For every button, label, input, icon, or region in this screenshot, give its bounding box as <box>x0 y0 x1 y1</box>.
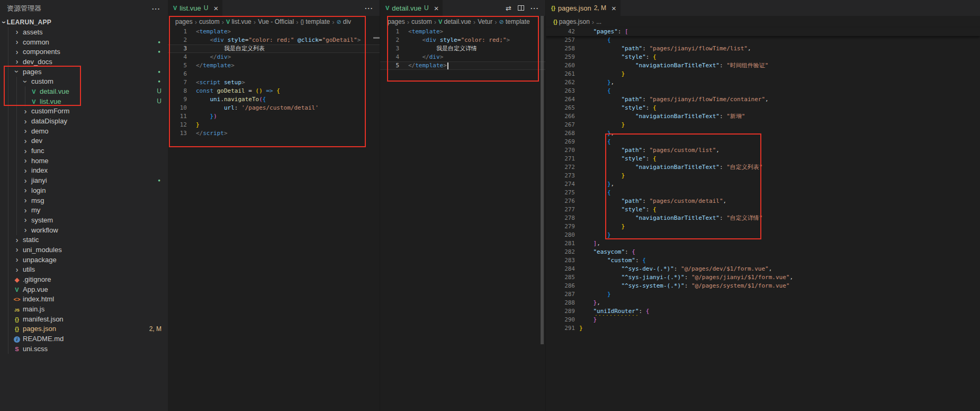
code-line-content[interactable]: "style": { <box>579 206 980 214</box>
code-line-content[interactable]: "path": "pages/jianyi/flowTime/container… <box>579 95 980 104</box>
code-line-content[interactable]: </div> <box>408 53 545 61</box>
breadcrumb-item[interactable]: Vdetail.vue <box>438 18 471 25</box>
code-line-content[interactable]: }, <box>579 129 980 138</box>
code-editor[interactable]: 1<template>2 <div style="color: red;" @c… <box>168 28 380 138</box>
close-icon[interactable]: × <box>213 4 218 12</box>
tree-item-my[interactable]: ›my <box>0 205 168 215</box>
code-line-content[interactable]: <script setup> <box>196 78 380 87</box>
code-line-content[interactable]: } <box>579 290 980 299</box>
tree-item-uni_modules[interactable]: ›uni_modules <box>0 245 168 255</box>
chevron-right-icon[interactable]: › <box>21 108 30 115</box>
breadcrumb-item[interactable]: {}pages.json <box>553 18 590 25</box>
chevron-right-icon[interactable]: › <box>21 207 30 214</box>
tree-item-README.md[interactable]: iREADME.md <box>0 334 168 344</box>
breadcrumb-item[interactable]: pages <box>175 18 193 25</box>
code-line-content[interactable] <box>196 70 380 78</box>
code-line-content[interactable]: } <box>196 121 380 129</box>
tree-item-pages[interactable]: ›pages● <box>0 67 168 77</box>
code-line-content[interactable]: } <box>579 222 980 231</box>
tree-item-system[interactable]: ›system <box>0 215 168 225</box>
chevron-down-icon[interactable]: › <box>13 67 21 76</box>
code-line-content[interactable]: "path": "pages/custom/list", <box>579 146 980 155</box>
tree-item-pages.json[interactable]: {}pages.json2, M <box>0 324 168 334</box>
chevron-right-icon[interactable]: › <box>21 177 30 184</box>
tree-item-components[interactable]: ›components● <box>0 47 168 57</box>
code-line-content[interactable]: uni.navigateTo({ <box>196 95 380 104</box>
code-line-content[interactable]: "^sys-jianyi-(.*)": "@/pages/jianyi/$1/f… <box>579 273 980 282</box>
chevron-right-icon[interactable]: › <box>13 38 21 46</box>
tree-item-manifest.json[interactable]: {}manifest.json <box>0 314 168 324</box>
code-line-content[interactable]: "path": "pages/custom/detail", <box>579 197 980 206</box>
code-line-content[interactable]: "path": "pages/jianyi/flowTime/list", <box>579 44 980 53</box>
code-line-content[interactable]: "^sys-system-(.*)": "@/pages/system/$1/f… <box>579 282 980 290</box>
tab-pages-json[interactable]: {}pages.json2, M× <box>546 0 621 16</box>
chevron-right-icon[interactable]: › <box>13 58 21 65</box>
close-icon[interactable]: × <box>434 4 439 12</box>
tree-item-dataDisplay[interactable]: ›dataDisplay <box>0 116 168 126</box>
compare-changes-icon[interactable]: ⇄ <box>506 4 511 12</box>
chevron-down-icon[interactable]: › <box>1 21 8 23</box>
breadcrumb-item[interactable]: ⊘div <box>337 18 352 25</box>
code-line-content[interactable]: </template> <box>196 61 380 70</box>
tab-list-vue[interactable]: Vlist.vueU× <box>168 0 223 16</box>
code-line-content[interactable]: "navigationBarTitleText": "时间组件验证" <box>579 61 980 70</box>
breadcrumb-item[interactable]: ... <box>596 18 601 25</box>
code-line-content[interactable]: }, <box>579 78 980 87</box>
tree-item-.gitignore[interactable]: ◆.gitignore <box>0 274 168 284</box>
tree-item-customForm[interactable]: ›customForm <box>0 106 168 117</box>
tree-item-detail.vue[interactable]: Vdetail.vueU <box>0 86 168 96</box>
code-line-content[interactable]: "uniIdRouter": { <box>579 307 980 316</box>
tree-item-login[interactable]: ›login <box>0 185 168 195</box>
code-line-content[interactable]: "style": { <box>579 155 980 163</box>
code-line-content[interactable]: "easycom": { <box>579 248 980 256</box>
code-line-content[interactable]: </template> <box>408 61 545 70</box>
code-line-content[interactable]: 我是自定义详情 <box>408 44 545 53</box>
breadcrumb-item[interactable]: custom <box>411 18 432 25</box>
tree-item-common[interactable]: ›common● <box>0 37 168 47</box>
breadcrumb-item[interactable]: Vlist.vue <box>226 18 251 25</box>
code-line-content[interactable]: { <box>579 138 980 146</box>
code-line-content[interactable]: "pages": [ <box>579 28 980 36</box>
chevron-right-icon[interactable]: › <box>13 48 21 56</box>
chevron-right-icon[interactable]: › <box>21 137 30 145</box>
code-editor[interactable]: 42 "pages": [257 {258 "path": "pages/jia… <box>546 28 980 333</box>
tree-item-index[interactable]: ›index <box>0 166 168 176</box>
code-line-content[interactable]: <template> <box>196 28 380 36</box>
breadcrumb-item[interactable]: Vue - Official <box>258 18 294 25</box>
chevron-right-icon[interactable]: › <box>21 127 30 135</box>
code-line-content[interactable]: { <box>579 87 980 95</box>
tree-item-demo[interactable]: ›demo <box>0 126 168 136</box>
tree-item-uni.scss[interactable]: Suni.scss <box>0 344 168 354</box>
tree-item-func[interactable]: ›func <box>0 146 168 156</box>
code-line-content[interactable]: } <box>579 172 980 180</box>
close-icon[interactable]: × <box>612 4 616 12</box>
chevron-right-icon[interactable]: › <box>21 186 30 194</box>
code-line-content[interactable]: } <box>579 231 980 239</box>
tree-item-index.html[interactable]: <>index.html <box>0 294 168 305</box>
chevron-right-icon[interactable]: › <box>13 28 21 35</box>
chevron-right-icon[interactable]: › <box>21 147 30 155</box>
code-line-content[interactable]: "style": { <box>579 104 980 112</box>
chevron-right-icon[interactable]: › <box>13 256 21 263</box>
code-line-content[interactable]: "custom": { <box>579 256 980 265</box>
code-line-content[interactable]: <div style="color: red;" @click="goDetai… <box>196 36 380 44</box>
more-actions-icon[interactable]: ··· <box>365 4 373 12</box>
editor-scrollbar[interactable] <box>541 16 544 344</box>
breadcrumb-item[interactable]: custom <box>199 18 220 25</box>
tree-item-utils[interactable]: ›utils <box>0 265 168 275</box>
tree-item-custom[interactable]: ›custom● <box>0 76 168 86</box>
tree-item-assets[interactable]: ›assets <box>0 27 168 37</box>
code-line-content[interactable]: ], <box>579 239 980 248</box>
chevron-right-icon[interactable]: › <box>21 226 30 234</box>
code-line-content[interactable]: "^sys-dev-(.*)": "@/pages/dev/$1/form.vu… <box>579 265 980 273</box>
code-line-content[interactable]: }) <box>196 112 380 121</box>
code-line-content[interactable]: "navigationBarTitleText": "自定义列表" <box>579 163 980 172</box>
chevron-right-icon[interactable]: › <box>21 118 30 125</box>
chevron-right-icon[interactable]: › <box>21 196 30 204</box>
tree-item-workflow[interactable]: ›workflow <box>0 225 168 235</box>
code-editor[interactable]: 1<template>2 <div style="color: red;">3 … <box>380 28 545 70</box>
tree-item-unpackage[interactable]: ›unpackage <box>0 255 168 265</box>
code-line-content[interactable]: } <box>579 316 980 324</box>
breadcrumb-item[interactable]: {}template <box>301 18 330 25</box>
code-line-content[interactable]: }, <box>579 299 980 307</box>
